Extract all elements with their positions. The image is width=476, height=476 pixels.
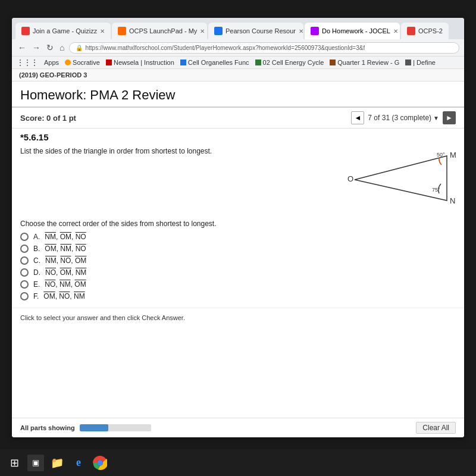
tab-label-ocps2: OCPS-2 (418, 27, 443, 35)
windows-button[interactable]: ⊞ (6, 455, 23, 471)
choice-c-text: NM, NO, OM (45, 256, 86, 265)
choice-d[interactable]: D. NO, OM, NM (20, 268, 456, 277)
bookmark-define[interactable]: | Define (405, 59, 436, 66)
choice-d-text: NO, OM, NM (45, 268, 86, 277)
radio-e[interactable] (20, 280, 29, 289)
tab-label-launchpad: OCPS LaunchPad - My (129, 27, 197, 35)
bookmark-socrative[interactable]: Socrative (65, 59, 100, 66)
tab-quizizz[interactable]: Join a Game - Quizizz ✕ (15, 23, 111, 39)
next-question-button[interactable]: ► (443, 111, 456, 124)
task-view-button[interactable]: ▣ (27, 455, 44, 471)
tab-close-homework[interactable]: ✕ (393, 28, 398, 35)
question-instruction: List the sides of the triangle in order … (20, 147, 331, 155)
apps-icon: ⋮⋮⋮ (17, 58, 38, 67)
tab-bar: Join a Game - Quizizz ✕ OCPS LaunchPad -… (12, 18, 464, 39)
bookmark-cell-organelles[interactable]: Cell Organelles Func (180, 59, 249, 66)
vertex-n-label: N (450, 196, 455, 205)
click-instruction: Click to select your answer and then cli… (12, 308, 464, 324)
bookmark-define-label: | Define (413, 59, 436, 66)
homework-title: Homework: PMA 2 Review (12, 82, 464, 108)
choice-c-letter: C. (33, 256, 40, 265)
question-area: List the sides of the triangle in order … (12, 143, 464, 216)
choice-e[interactable]: E. NO, NM, OM (20, 280, 456, 289)
tab-label-quizizz: Join a Game - Quizizz (33, 27, 97, 35)
radio-b[interactable] (20, 245, 29, 253)
tab-ocps2[interactable]: OCPS-2 (401, 23, 449, 39)
tab-icon-ocps2 (407, 27, 415, 35)
browser-window: Join a Game - Quizizz ✕ OCPS LaunchPad -… (12, 18, 464, 437)
tab-close-quizizz[interactable]: ✕ (100, 28, 105, 35)
bookmark-socrative-label: Socrative (73, 59, 100, 66)
cell-energy-icon (255, 60, 261, 65)
choice-b-text: OM, NM, NO (45, 245, 86, 253)
score-label: Score: (20, 114, 44, 123)
chrome-browser-icon[interactable] (92, 455, 108, 471)
define-icon (405, 60, 411, 65)
home-button[interactable]: ⌂ (58, 42, 65, 54)
choice-f-letter: F. (33, 292, 39, 300)
radio-a[interactable] (20, 233, 29, 241)
tab-icon-launchpad (118, 27, 126, 35)
bookmark-quarter-review[interactable]: Quarter 1 Review - G (330, 59, 399, 66)
tab-homework[interactable]: Do Homework - JOCEL ✕ (305, 23, 400, 39)
back-button[interactable]: ← (17, 42, 27, 54)
file-explorer-button[interactable]: 📁 (49, 455, 65, 471)
edge-browser-icon[interactable]: e (70, 455, 87, 471)
bookmark-newsela[interactable]: Newsela | Instruction (106, 59, 174, 66)
vertex-m-label: M (450, 151, 456, 159)
choice-d-letter: D. (33, 268, 40, 277)
bookmark-apps[interactable]: Apps (44, 59, 59, 66)
click-instruction-text: Click to select your answer and then cli… (20, 314, 185, 321)
homework-title-text: Homework: PMA 2 Review (20, 87, 175, 102)
choice-c[interactable]: C. NM, NO, OM (20, 256, 456, 265)
angle-m-label: 50° (437, 152, 445, 158)
choice-a[interactable]: A. NM, OM, NO (20, 233, 456, 241)
address-bar-row: ← → ↻ ⌂ 🔒 https://www.mathxlforschool.co… (12, 39, 464, 57)
question-text-column: List the sides of the triangle in order … (20, 147, 331, 212)
bookmark-quarter-label: Quarter 1 Review - G (337, 59, 399, 66)
page-content: (2019) GEO-PERIOD 3 Homework: PMA 2 Revi… (12, 69, 464, 437)
angle-n-label: 75° (432, 187, 440, 193)
bookmark-newsela-label: Newsela | Instruction (114, 59, 174, 66)
tab-icon-pearson (214, 27, 223, 35)
progress-bar (80, 424, 151, 431)
socrative-icon (65, 60, 71, 65)
choice-e-letter: E. (33, 280, 40, 289)
forward-button[interactable]: → (31, 42, 42, 54)
question-instruction-text: List the sides of the triangle in order … (20, 147, 212, 155)
choice-f[interactable]: F. OM, NO, NM (20, 292, 456, 300)
address-bar[interactable]: 🔒 https://www.mathxlforschool.com/Studen… (69, 42, 459, 54)
tab-close-pearson[interactable]: ✕ (299, 28, 303, 35)
triangle-svg: O M N 50° 75° (337, 147, 456, 212)
bookmark-cell-energy[interactable]: 02 Cell Energy Cycle (255, 59, 324, 66)
radio-c[interactable] (20, 256, 29, 265)
svg-point-1 (97, 460, 103, 466)
tab-launchpad[interactable]: OCPS LaunchPad - My ✕ (112, 23, 207, 39)
choice-b[interactable]: B. OM, NM, NO (20, 245, 456, 253)
question-dropdown[interactable]: 7 of 31 (3 complete) ▼ (368, 114, 439, 122)
chrome-icon-svg (93, 456, 107, 470)
score-value: 0 of 1 pt (46, 114, 76, 123)
radio-f[interactable] (20, 292, 29, 300)
radio-d[interactable] (20, 268, 29, 277)
choice-a-letter: A. (33, 233, 40, 241)
url-text: https://www.mathxlforschool.com/Student/… (85, 45, 365, 51)
taskbar: ⊞ ▣ 📁 e (0, 449, 476, 476)
vertex-o-label: O (347, 174, 353, 183)
clear-all-button[interactable]: Clear All (416, 422, 456, 434)
problem-number: *5.6.15 (12, 129, 464, 143)
question-nav: ◄ 7 of 31 (3 complete) ▼ ► (351, 111, 456, 124)
choice-b-letter: B. (33, 245, 40, 253)
question-progress-text: 7 of 31 (3 complete) (368, 114, 431, 122)
all-parts-label: All parts showing (20, 424, 75, 431)
tab-close-launchpad[interactable]: ✕ (200, 28, 205, 35)
cell-organelles-icon (180, 60, 186, 65)
choice-a-text: NM, OM, NO (45, 233, 86, 241)
reload-button[interactable]: ↻ (45, 42, 55, 54)
score-display: Score: 0 of 1 pt (20, 114, 351, 123)
bookmark-cell-label: Cell Organelles Func (188, 59, 249, 66)
svg-marker-0 (355, 156, 447, 201)
choice-f-text: OM, NO, NM (43, 292, 84, 300)
prev-question-button[interactable]: ◄ (351, 111, 364, 124)
tab-pearson[interactable]: Pearson Course Resour ✕ (208, 23, 303, 39)
